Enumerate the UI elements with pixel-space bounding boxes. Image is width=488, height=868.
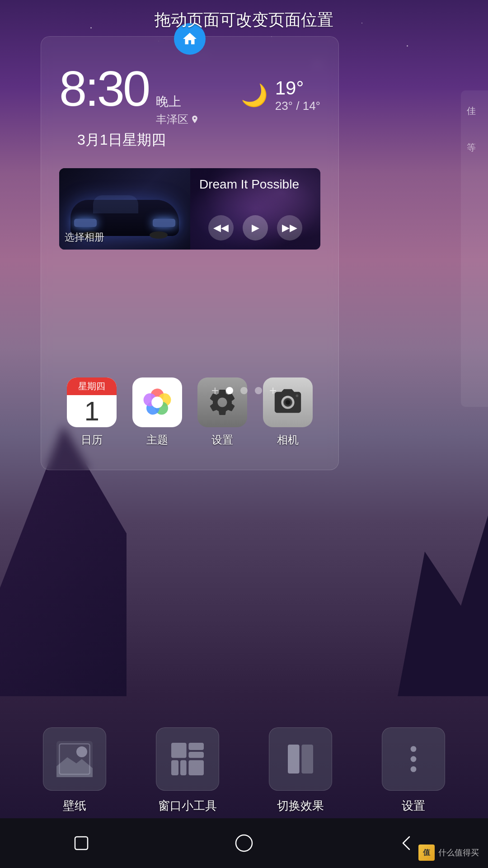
nav-recent-button[interactable] [68, 830, 95, 857]
toolbar-settings-label: 设置 [402, 798, 425, 814]
calendar-app-label: 日历 [81, 433, 103, 447]
nav-back-button[interactable] [393, 830, 420, 857]
svg-rect-14 [188, 752, 204, 758]
location-icon [190, 115, 199, 124]
camera-app-label: 相机 [277, 433, 299, 447]
clock-time: 8:30 [59, 64, 149, 113]
svg-rect-23 [75, 837, 88, 849]
transition-icon-box [269, 727, 332, 791]
right-card-text2: 等 [461, 108, 482, 163]
watermark: 值 什么值得买 [418, 844, 479, 861]
weather-icon: 🌙 [241, 83, 268, 108]
nav-bar [0, 818, 488, 868]
svg-rect-12 [171, 743, 187, 758]
page-add-right[interactable]: + [269, 383, 277, 398]
svg-rect-16 [180, 760, 187, 775]
wallpaper-icon [56, 741, 93, 777]
main-widget-card: 8:30 晚上 丰泽区 🌙 19° 23° / 14° [41, 36, 339, 470]
svg-rect-18 [288, 745, 300, 774]
app-icons-row: 星期四 1 日历 主题 [41, 359, 338, 470]
widgets-icon [169, 741, 206, 777]
transition-label: 切换效果 [277, 798, 324, 814]
toolbar-settings[interactable]: 设置 [382, 727, 445, 814]
home-icon [182, 31, 198, 47]
wallpaper-icon-box [43, 727, 106, 791]
gallery-widget[interactable]: 选择相册 [59, 168, 190, 250]
svg-point-20 [411, 746, 417, 752]
page-dot-1[interactable] [226, 387, 233, 394]
svg-point-24 [236, 835, 252, 851]
weather-temp-range: 23° / 14° [275, 99, 320, 113]
toolbar-wallpaper[interactable]: 壁纸 [43, 727, 106, 814]
music-controls: ◀◀ ▶ ▶▶ [199, 215, 311, 241]
prev-button[interactable]: ◀◀ [208, 215, 234, 241]
svg-point-5 [151, 396, 163, 408]
date-text: 3月1日星期四 [59, 130, 320, 150]
right-card-text: 佳 [461, 90, 482, 108]
right-partial-card: 佳 等 [461, 90, 488, 407]
widgets-label: 窗口小工具 [158, 798, 217, 814]
calendar-day-number: 1 [67, 395, 117, 427]
recent-icon [71, 833, 91, 853]
watermark-text: 什么值得买 [438, 847, 479, 858]
svg-rect-13 [188, 743, 204, 750]
svg-point-21 [411, 756, 417, 762]
music-widget[interactable]: Dream It Possible ◀◀ ▶ ▶▶ [190, 168, 320, 250]
clock-location: 丰泽区 [156, 112, 199, 127]
toolbar-transition[interactable]: 切换效果 [269, 727, 332, 814]
theme-app-label: 主题 [146, 433, 168, 447]
settings-icon-box [382, 727, 445, 791]
nav-home-icon [234, 833, 254, 853]
instruction-text: 拖动页面可改变页面位置 [0, 9, 488, 31]
clock-period: 晚上 [156, 93, 199, 110]
weather-section: 🌙 19° 23° / 14° [241, 77, 320, 113]
gallery-label: 选择相册 [65, 231, 104, 244]
svg-point-22 [411, 766, 417, 772]
bottom-toolbar: 壁纸 窗口小工具 切换效果 [0, 727, 488, 814]
toolbar-widgets[interactable]: 窗口小工具 [156, 727, 219, 814]
transition-icon [282, 741, 319, 777]
back-icon [397, 833, 417, 853]
svg-point-10 [76, 746, 87, 757]
watermark-icon: 值 [418, 844, 435, 861]
wallpaper-label: 壁纸 [63, 798, 86, 814]
weather-temp-current: 19° [275, 77, 304, 99]
page-dot-2[interactable] [240, 387, 248, 394]
svg-point-7 [286, 400, 291, 405]
svg-rect-15 [171, 760, 178, 775]
page-indicators: + + [0, 383, 488, 398]
settings-app-label: 设置 [211, 433, 233, 447]
toolbar-settings-icon [395, 741, 432, 777]
widgets-icon-box [156, 727, 219, 791]
next-button[interactable]: ▶▶ [277, 215, 302, 241]
media-row: 选择相册 Dream It Possible ◀◀ ▶ ▶▶ [59, 168, 320, 250]
svg-rect-19 [301, 745, 313, 774]
clock-section: 8:30 晚上 丰泽区 🌙 19° 23° / 14° [41, 37, 338, 159]
music-title: Dream It Possible [199, 177, 311, 192]
play-button[interactable]: ▶ [243, 215, 268, 241]
svg-rect-17 [188, 760, 204, 775]
page-dot-3[interactable] [255, 387, 262, 394]
nav-home-button[interactable] [230, 830, 258, 857]
page-add-left[interactable]: + [211, 383, 219, 398]
